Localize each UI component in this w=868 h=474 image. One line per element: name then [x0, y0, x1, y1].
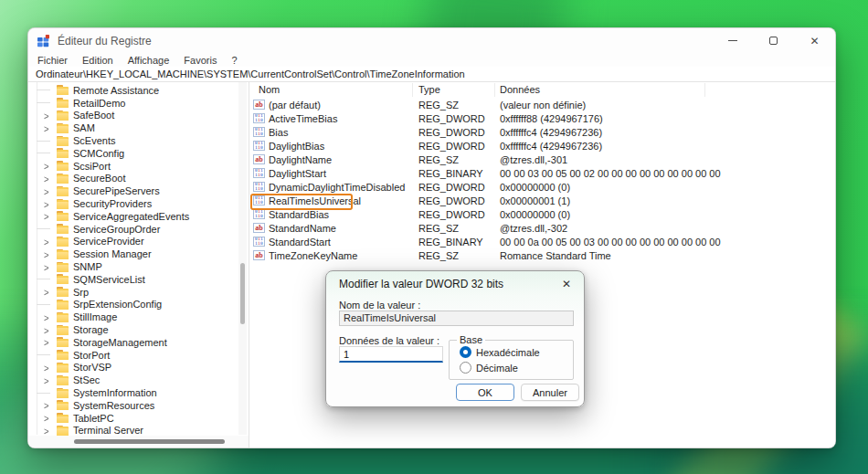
leaf-connector [37, 386, 57, 399]
column-header-nom[interactable]: Nom [249, 83, 413, 97]
tree-item-scevents[interactable]: ScEvents [28, 134, 237, 147]
tree-item-secureboot[interactable]: >SecureBoot [28, 173, 237, 185]
close-button[interactable]: ✕ [794, 28, 835, 53]
chevron-right-icon[interactable]: > [44, 311, 49, 323]
tree-item-serviceaggregatedevents[interactable]: >ServiceAggregatedEvents [28, 210, 237, 223]
tree-item-scmconfig[interactable]: SCMConfig [28, 147, 237, 160]
value-row-daylightname[interactable]: abDaylightNameREG_SZ@tzres.dll,-301 [249, 153, 835, 166]
tree-item-servicegrouporder[interactable]: ServiceGroupOrder [28, 223, 237, 236]
tree-item-label: SQMServiceList [73, 274, 145, 285]
chevron-right-icon[interactable]: > [44, 374, 49, 386]
chevron-right-icon[interactable]: > [44, 286, 49, 298]
chevron-right-icon[interactable]: > [44, 425, 49, 437]
chevron-right-icon[interactable]: > [44, 236, 49, 248]
tree-item-securityproviders[interactable]: >SecurityProviders [28, 197, 237, 210]
value-name-label: DaylightBias [269, 141, 324, 152]
chevron-slot: > [37, 323, 57, 336]
chevron-right-icon[interactable]: > [44, 110, 49, 121]
value-row-dynamicdaylighttimedisabled[interactable]: 011110DynamicDaylightTimeDisabledREG_DWO… [249, 180, 835, 194]
tree-item-srp[interactable]: >Srp [28, 286, 237, 299]
menu-edition[interactable]: Edition [75, 55, 121, 66]
tree-item-storvsp[interactable]: >StorVSP [28, 362, 237, 374]
radio-decimal[interactable]: Décimale [460, 362, 518, 374]
value-row-daylightbias[interactable]: 011110DaylightBiasREG_DWORD0xffffffc4 (4… [249, 139, 835, 153]
tree-item-storagemanagement[interactable]: >StorageManagement [28, 336, 237, 349]
value-name-label: TimeZoneKeyName [269, 250, 357, 261]
chevron-slot: > [37, 160, 57, 173]
value-type-cell: REG_DWORD [413, 182, 495, 193]
value-name-cell: 011110StandardBias [249, 209, 413, 220]
tree-item-label: StillImage [73, 311, 117, 322]
tree-horizontal-scrollbar[interactable] [28, 436, 249, 448]
chevron-right-icon[interactable]: > [44, 412, 49, 424]
chevron-right-icon[interactable]: > [44, 211, 49, 223]
tree-item-scsiport[interactable]: >ScsiPort [28, 160, 237, 173]
chevron-right-icon[interactable]: > [44, 173, 49, 184]
value-data-input[interactable] [339, 346, 443, 363]
ok-button[interactable]: OK [456, 384, 514, 401]
menu-fichier[interactable]: Fichier [30, 55, 75, 66]
chevron-slot: > [37, 399, 57, 412]
address-bar[interactable]: Ordinateur\HKEY_LOCAL_MACHINE\SYSTEM\Cur… [28, 67, 835, 82]
string-value-icon: ab [253, 100, 265, 110]
column-header-donnees[interactable]: Données [495, 83, 705, 97]
folder-icon [57, 136, 69, 146]
tree-item-session-manager[interactable]: >Session Manager [28, 248, 237, 260]
menu-help[interactable]: ? [224, 55, 244, 66]
tree-item-label: SecurePipeServers [73, 185, 160, 196]
chevron-right-icon[interactable]: > [44, 337, 49, 349]
tree-item-tabletpc[interactable]: >TabletPC [28, 412, 237, 425]
tree-item-systemresources[interactable]: >SystemResources [28, 399, 237, 412]
tree-item-srpextensionconfig[interactable]: SrpExtensionConfig [28, 299, 237, 311]
tree-item-remote-assistance[interactable]: Remote Assistance [28, 84, 237, 97]
value-type-cell: REG_DWORD [413, 141, 495, 152]
tree-item-sqmservicelist[interactable]: SQMServiceList [28, 273, 237, 286]
value-row-standardstart[interactable]: 011110StandardStartREG_BINARY00 00 0a 00… [249, 235, 835, 248]
chevron-right-icon[interactable]: > [44, 261, 49, 273]
maximize-button[interactable] [753, 28, 794, 53]
column-header-type[interactable]: Type [413, 83, 495, 97]
value-row-timezonekeyname[interactable]: abTimeZoneKeyNameREG_SZRomance Standard … [249, 248, 835, 262]
tree-item-snmp[interactable]: >SNMP [28, 260, 237, 273]
dialog-close-button[interactable]: ✕ [557, 275, 576, 293]
leaf-line [37, 153, 50, 153]
tree-vertical-scrollbar[interactable] [238, 82, 247, 435]
tree-item-stillimage[interactable]: >StillImage [28, 311, 237, 323]
tree-item-safeboot[interactable]: >SafeBoot [28, 110, 237, 122]
radio-hexadecimal[interactable]: Hexadécimale [460, 346, 540, 358]
menu-affichage[interactable]: Affichage [121, 55, 177, 66]
leaf-line [37, 304, 50, 305]
tree-item-retaildemo[interactable]: RetailDemo [28, 97, 237, 110]
chevron-slot: > [37, 173, 57, 185]
value-row-realtimeisuniversal[interactable]: 011110RealTimeIsUniversalREG_DWORD0x0000… [249, 194, 835, 207]
value-row-bias[interactable]: 011110BiasREG_DWORD0xffffffc4 (429496723… [249, 125, 835, 139]
value-name-label: StandardName [269, 223, 336, 234]
value-row-standardname[interactable]: abStandardNameREG_SZ@tzres.dll,-302 [249, 221, 835, 235]
chevron-right-icon[interactable]: > [44, 248, 49, 260]
tree-item-sam[interactable]: >SAM [28, 121, 237, 134]
value-row-standardbias[interactable]: 011110StandardBiasREG_DWORD0x00000000 (0… [249, 207, 835, 221]
cancel-button[interactable]: Annuler [521, 384, 579, 401]
tree-item-stsec[interactable]: >StSec [28, 374, 237, 386]
tree-item-securepipeservers[interactable]: >SecurePipeServers [28, 184, 237, 197]
value-row-activetimebias[interactable]: 011110ActiveTimeBiasREG_DWORD0xffffff88 … [249, 111, 835, 125]
tree-item-label: ServiceProvider [73, 236, 144, 247]
chevron-right-icon[interactable]: > [44, 122, 49, 134]
chevron-right-icon[interactable]: > [44, 324, 49, 336]
tree-item-storage[interactable]: >Storage [28, 323, 237, 336]
chevron-right-icon[interactable]: > [44, 198, 49, 210]
tree-item-systeminformation[interactable]: SystemInformation [28, 386, 237, 399]
chevron-right-icon[interactable]: > [44, 399, 49, 411]
tree-item-storport[interactable]: StorPort [28, 349, 237, 362]
tree-item-label: ServiceAggregatedEvents [73, 211, 189, 222]
minimize-button[interactable] [712, 28, 753, 53]
value-row-daylightstart[interactable]: 011110DaylightStartREG_BINARY00 00 03 00… [249, 166, 835, 180]
chevron-right-icon[interactable]: > [44, 160, 49, 172]
value-row-par-d-faut[interactable]: ab(par défaut)REG_SZ(valeur non définie) [249, 98, 835, 111]
tree-horizontal-scrollbar-thumb[interactable] [74, 439, 225, 444]
tree-vertical-scrollbar-thumb[interactable] [240, 263, 245, 324]
tree-item-serviceprovider[interactable]: >ServiceProvider [28, 236, 237, 248]
chevron-right-icon[interactable]: > [44, 362, 49, 374]
menu-favoris[interactable]: Favoris [176, 55, 224, 66]
chevron-right-icon[interactable]: > [44, 185, 49, 197]
